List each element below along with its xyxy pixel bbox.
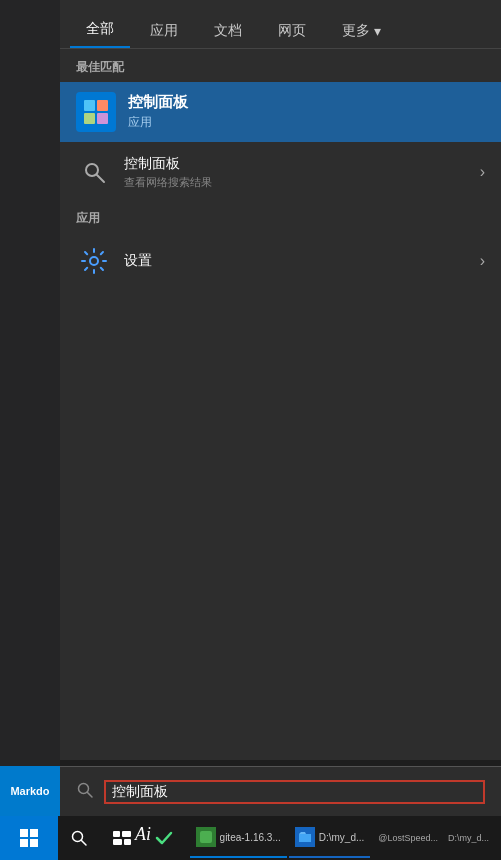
- chevron-right-icon: ›: [480, 163, 485, 181]
- tab-web[interactable]: 网页: [262, 14, 322, 48]
- gitea-icon: [196, 827, 216, 847]
- start-button[interactable]: [0, 816, 58, 860]
- markdown-label: Markdo: [0, 766, 60, 816]
- search-popup: 全部 应用 文档 网页 更多 ▾ 最佳匹配 控制面板 应用: [60, 0, 501, 760]
- tab-bar: 全部 应用 文档 网页 更多 ▾: [60, 0, 501, 49]
- settings-text: 设置: [124, 252, 152, 270]
- taskbar-gitea-app[interactable]: gitea-1.16.3...: [190, 818, 287, 858]
- search-input[interactable]: [112, 784, 477, 800]
- svg-line-14: [82, 841, 87, 846]
- taskbar-apps: gitea-1.16.3... D:\my_d...: [186, 818, 375, 858]
- chevron-right-settings-icon: ›: [480, 252, 485, 270]
- web-search-title: 控制面板: [124, 155, 212, 173]
- ai-label: Ai: [112, 809, 174, 860]
- settings-item[interactable]: 设置 ›: [60, 233, 501, 289]
- tab-apps[interactable]: 应用: [134, 14, 194, 48]
- svg-rect-2: [84, 113, 95, 124]
- taskbar-search-button[interactable]: [58, 816, 101, 860]
- svg-rect-1: [97, 100, 108, 111]
- settings-title: 设置: [124, 252, 152, 270]
- empty-area: [60, 289, 501, 760]
- tab-more[interactable]: 更多 ▾: [326, 14, 397, 48]
- web-search-text: 控制面板 查看网络搜索结果: [124, 155, 212, 190]
- web-search-result[interactable]: 控制面板 查看网络搜索结果 ›: [60, 144, 501, 200]
- folder-label: D:\my_d...: [319, 832, 365, 843]
- control-panel-icon: [76, 92, 116, 132]
- best-match-title: 控制面板: [128, 93, 188, 112]
- svg-rect-10: [30, 829, 38, 837]
- web-search-subtitle: 查看网络搜索结果: [124, 175, 212, 190]
- gitea-label: gitea-1.16.3...: [220, 832, 281, 843]
- editor-sidebar: [0, 0, 60, 860]
- svg-line-5: [97, 175, 104, 182]
- svg-rect-11: [20, 839, 28, 847]
- best-match-header: 最佳匹配: [60, 49, 501, 82]
- svg-rect-19: [200, 831, 212, 843]
- gear-icon: [76, 243, 112, 279]
- svg-rect-12: [30, 839, 38, 847]
- tab-all[interactable]: 全部: [70, 12, 130, 48]
- search-icon: [76, 154, 112, 190]
- svg-rect-9: [20, 829, 28, 837]
- taskbar-right: @LostSpeed... D:\my_d...: [374, 831, 501, 845]
- svg-rect-0: [84, 100, 95, 111]
- best-match-text: 控制面板 应用: [128, 93, 188, 131]
- best-match-item[interactable]: 控制面板 应用: [60, 82, 501, 142]
- folder-icon: [295, 827, 315, 847]
- taskbar-folder-app[interactable]: D:\my_d...: [289, 818, 371, 858]
- svg-rect-3: [97, 113, 108, 124]
- taskbar-right-item-2[interactable]: D:\my_d...: [444, 831, 493, 845]
- search-bar-icon: [76, 781, 94, 803]
- tab-docs[interactable]: 文档: [198, 14, 258, 48]
- apps-header: 应用: [60, 200, 501, 233]
- svg-point-4: [86, 164, 98, 176]
- svg-point-6: [90, 257, 98, 265]
- best-match-subtitle: 应用: [128, 114, 188, 131]
- search-input-wrapper[interactable]: [104, 780, 485, 804]
- taskbar-right-item-1[interactable]: @LostSpeed...: [374, 831, 442, 845]
- svg-line-8: [88, 792, 93, 797]
- chevron-down-icon: ▾: [374, 23, 381, 39]
- taskbar: gitea-1.16.3... D:\my_d... @LostSpeed...…: [0, 816, 501, 860]
